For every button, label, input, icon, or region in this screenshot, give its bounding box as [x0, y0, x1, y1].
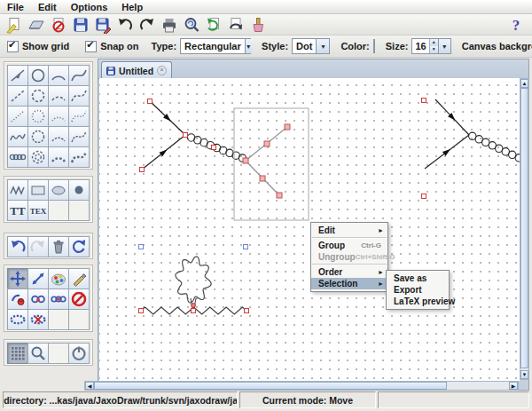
vertical-scrollbar[interactable]: ▲ ▼	[520, 78, 529, 380]
zigzag-line-tool-button[interactable]	[7, 179, 28, 201]
selected-handle	[260, 176, 265, 181]
context-menu-item-selection[interactable]: Selection►	[311, 278, 387, 289]
ghost-loop-tool-button[interactable]	[27, 106, 49, 127]
gluon-loop-tool-button[interactable]	[27, 146, 49, 168]
grid-style-select[interactable]: Dot ▼	[292, 38, 330, 54]
context-menu-item-group[interactable]: GroupCtrl-G	[311, 240, 387, 251]
show-grid-checkbox[interactable]	[7, 41, 19, 52]
tool-group-shape-tools: TTTEX	[4, 176, 93, 223]
ungroup-oval-tool-button[interactable]	[27, 309, 49, 330]
save-button[interactable]	[69, 15, 91, 34]
submenu-item-save-as[interactable]: Save as	[387, 273, 449, 284]
photon-arc-tool-button[interactable]	[48, 126, 69, 147]
context-menu-item-order[interactable]: Order►	[311, 266, 387, 278]
scalar-arc-tool-button[interactable]	[48, 85, 69, 107]
box-tool-button[interactable]	[27, 179, 49, 201]
vertex-dot-tool-button[interactable]	[68, 179, 90, 201]
color-swatch-button[interactable]	[373, 39, 375, 53]
blob-tool-button[interactable]	[48, 179, 69, 201]
submenu-item-latex-preview[interactable]: LaTeX preview	[387, 296, 449, 307]
text-tt-tool-button[interactable]: TT	[7, 200, 28, 221]
group-oval-tool-button[interactable]	[7, 309, 28, 330]
redo-button[interactable]	[136, 15, 158, 34]
duplicate-tool-button[interactable]	[27, 288, 49, 310]
chevron-down-icon: ▼	[245, 39, 252, 53]
save-as-icon	[94, 16, 112, 34]
menu-help[interactable]: Help	[121, 2, 143, 12]
photon-bezier-tool-button[interactable]	[68, 126, 90, 147]
fermion-arc-tool-button[interactable]	[48, 65, 69, 86]
vertical-scroll-thumb[interactable]	[520, 88, 528, 368]
undo-tool-button[interactable]	[7, 236, 28, 257]
grid-toggle-tool-button[interactable]	[7, 343, 28, 364]
new-button[interactable]	[3, 15, 25, 34]
undo-button[interactable]	[113, 15, 136, 34]
text-latex-tool-button[interactable]: TEX	[27, 200, 49, 221]
spinner-arrows-icon[interactable]: ▲▼	[429, 39, 438, 53]
redo-tool-button[interactable]	[27, 236, 49, 257]
open-icon	[27, 16, 45, 34]
photon-line-tool-button[interactable]	[7, 126, 28, 147]
revert-button[interactable]	[224, 15, 246, 34]
save-icon	[72, 16, 90, 34]
ghost-arc-tool-button[interactable]	[48, 106, 69, 127]
menu-edit[interactable]: Edit	[38, 2, 57, 12]
fermion-bezier-tool-button[interactable]	[68, 65, 90, 86]
open-button[interactable]	[25, 15, 47, 34]
clear-button[interactable]	[246, 15, 269, 34]
scalar-bezier-tool-button[interactable]	[68, 85, 90, 107]
scalar-line-tool-button[interactable]	[7, 85, 28, 107]
preview-icon	[183, 16, 200, 34]
scroll-down-icon[interactable]: ▼	[520, 370, 528, 379]
horizontal-scroll-thumb[interactable]	[94, 382, 447, 390]
lupe-tool-button[interactable]	[27, 343, 49, 364]
close-icon[interactable]: ×	[157, 66, 167, 75]
chain-tool-button[interactable]	[48, 288, 69, 310]
snap-on-checkbox[interactable]	[85, 41, 97, 52]
trash-tool-button[interactable]	[48, 236, 69, 257]
photon-loop-icon	[29, 128, 47, 146]
menu-file[interactable]: File	[7, 2, 24, 12]
gluon-arc-tool-button[interactable]	[48, 146, 69, 168]
ghost-bezier-tool-button[interactable]	[68, 106, 90, 127]
scroll-right-icon[interactable]: ▶	[509, 382, 518, 390]
context-menu-item-edit[interactable]: Edit►	[311, 225, 387, 236]
fermion-line-tool-button[interactable]	[7, 65, 28, 86]
undo-icon	[116, 16, 134, 34]
grab-tool-button[interactable]	[7, 288, 28, 310]
scalar-loop-tool-button[interactable]	[27, 85, 49, 107]
red-handle	[148, 99, 153, 104]
ghost-line-tool-button[interactable]	[7, 106, 28, 127]
gluon-line-tool-button[interactable]	[7, 146, 28, 168]
help-button[interactable]: ?	[505, 15, 527, 34]
submenu-item-export[interactable]: Export	[387, 284, 449, 296]
close-button[interactable]	[47, 15, 69, 34]
drawing-canvas[interactable]	[99, 78, 520, 381]
color-tool-button[interactable]	[48, 268, 69, 289]
refresh-tool-button[interactable]	[68, 236, 90, 257]
redo-icon	[138, 16, 156, 34]
fermion-loop-tool-button[interactable]	[27, 65, 49, 86]
tab-untitled[interactable]: Untitled ×	[101, 61, 172, 79]
save-as-button[interactable]	[91, 15, 113, 34]
grid-type-select[interactable]: Rectangular ▼	[180, 38, 251, 54]
resize-tool-button[interactable]	[27, 268, 49, 289]
color-icon	[50, 270, 67, 288]
photon-loop-tool-button[interactable]	[27, 126, 49, 147]
refresh-icon	[205, 16, 223, 34]
preview-button[interactable]	[180, 15, 202, 34]
forbidden-tool-button[interactable]	[68, 288, 90, 310]
text-tt-icon: TT	[9, 202, 27, 219]
edit-tool-button[interactable]	[68, 268, 90, 289]
move-tool-button[interactable]	[7, 268, 28, 289]
tool-group-edit-tools	[4, 265, 93, 332]
refresh-button[interactable]	[202, 15, 224, 34]
power-tool-button[interactable]	[68, 343, 90, 364]
gluon-bezier-tool-button[interactable]	[68, 146, 90, 168]
scroll-up-icon[interactable]: ▲	[520, 79, 528, 88]
print-button[interactable]	[158, 15, 180, 34]
scroll-left-icon[interactable]: ◀	[85, 382, 94, 390]
menu-options[interactable]: Options	[71, 2, 108, 12]
horizontal-scrollbar[interactable]: ◀ ▶	[84, 381, 519, 391]
size-spinner[interactable]: 16 ▲▼ ▼	[411, 38, 450, 54]
